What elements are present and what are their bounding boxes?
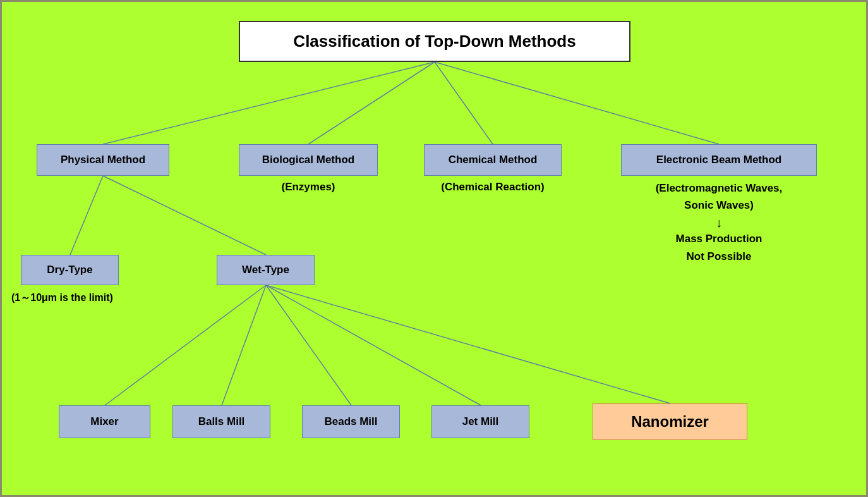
- svg-line-7: [222, 285, 266, 405]
- wet-type-node: Wet-Type: [217, 255, 315, 285]
- svg-line-2: [435, 62, 493, 144]
- chemical-method-node: Chemical Method: [424, 144, 562, 176]
- beads-mill-node: Beads Mill: [302, 405, 400, 438]
- dry-sub-text: (1～10μm is the limit): [11, 291, 169, 305]
- mass-production-text: Mass Production: [621, 233, 817, 245]
- not-possible-text: Not Possible: [621, 250, 817, 263]
- electronic-beam-method-node: Electronic Beam Method: [621, 144, 817, 176]
- biological-method-node: Biological Method: [239, 144, 378, 176]
- title-node: Classification of Top-Down Methods: [239, 21, 630, 62]
- electronic-sub1-text: (Electromagnetic Waves,: [621, 182, 817, 195]
- nanomizer-node: Nanomizer: [593, 403, 747, 440]
- svg-line-3: [435, 62, 719, 144]
- svg-line-1: [308, 62, 435, 144]
- jet-mill-node: Jet Mill: [431, 405, 529, 438]
- electronic-arrow: ↓: [621, 216, 817, 230]
- svg-line-4: [70, 176, 103, 255]
- electronic-sub2-text: Sonic Waves): [621, 199, 817, 212]
- dry-type-node: Dry-Type: [21, 255, 119, 285]
- balls-mill-node: Balls Mill: [172, 405, 270, 438]
- diagram-container: Classification of Top-Down Methods Physi…: [0, 0, 868, 497]
- chemical-sub-text: (Chemical Reaction): [424, 181, 562, 193]
- svg-line-0: [103, 62, 435, 144]
- svg-line-9: [266, 285, 481, 405]
- mixer-node: Mixer: [59, 405, 150, 438]
- svg-line-10: [266, 285, 670, 403]
- physical-method-node: Physical Method: [37, 144, 169, 176]
- svg-line-8: [266, 285, 351, 405]
- biological-sub-text: (Enzymes): [239, 181, 378, 193]
